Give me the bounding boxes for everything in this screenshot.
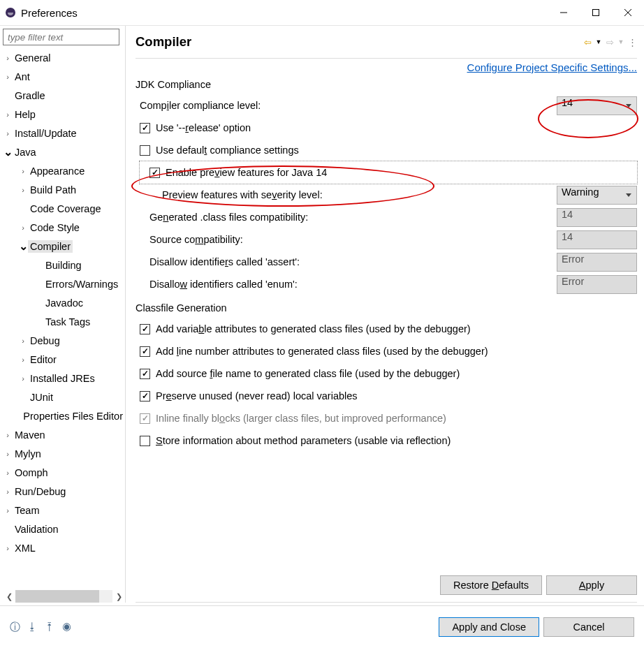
tree-item-task-tags[interactable]: Task Tags — [3, 312, 125, 331]
tree-item-properties-files-editor[interactable]: Properties Files Editor — [3, 406, 125, 425]
tree-item-label: Validation — [13, 523, 61, 536]
chevron-right-icon[interactable]: › — [3, 469, 13, 477]
chevron-right-icon[interactable]: › — [3, 544, 13, 552]
tree-item-installed-jres[interactable]: ›Installed JREs — [3, 369, 125, 388]
close-button[interactable] — [612, 1, 644, 24]
tree-item-xml[interactable]: ›XML — [3, 538, 125, 557]
tree-item-label: Mylyn — [13, 448, 43, 460]
generated-class-label: Generated .class files compatibility: — [149, 212, 557, 223]
cf-variable-checkbox[interactable] — [140, 324, 150, 334]
tree-item-gradle[interactable]: Gradle — [3, 86, 125, 105]
tree-item-debug[interactable]: ›Debug — [3, 331, 125, 350]
page-toolbar: ⇦ ▼ ⇨ ▼ ⋮ — [583, 37, 637, 47]
chevron-right-icon[interactable]: › — [3, 450, 13, 458]
chevron-right-icon[interactable]: › — [3, 54, 13, 62]
cf-preserve-checkbox[interactable] — [140, 391, 150, 402]
preview-severity-select[interactable]: Warning — [557, 186, 637, 205]
maximize-button[interactable] — [580, 1, 612, 24]
chevron-right-icon[interactable]: › — [3, 129, 13, 138]
forward-menu-icon[interactable]: ▼ — [616, 38, 626, 45]
use-release-checkbox[interactable] — [140, 123, 150, 133]
tree-item-label: JUnit — [28, 391, 55, 404]
source-compat-select: 14 — [557, 230, 637, 249]
use-default-compliance-checkbox[interactable] — [140, 145, 150, 156]
filter-input[interactable] — [3, 29, 119, 45]
cf-store-checkbox[interactable] — [140, 436, 150, 446]
chevron-right-icon[interactable]: › — [18, 186, 28, 194]
tree-item-building[interactable]: Building — [3, 256, 125, 274]
tree-item-code-style[interactable]: ›Code Style — [3, 218, 125, 237]
back-menu-icon[interactable]: ▼ — [594, 38, 603, 45]
scroll-left-icon[interactable]: ❮ — [3, 590, 15, 603]
tree-item-editor[interactable]: ›Editor — [3, 350, 125, 369]
chevron-down-icon[interactable]: ⌄ — [3, 149, 13, 156]
cf-inline-checkbox — [140, 413, 150, 424]
scroll-right-icon[interactable]: ❯ — [112, 590, 125, 603]
chevron-right-icon[interactable]: › — [3, 487, 13, 496]
tree-item-team[interactable]: ›Team — [3, 501, 125, 520]
tree-item-maven[interactable]: ›Maven — [3, 425, 125, 444]
scroll-thumb[interactable] — [15, 590, 99, 603]
export-icon[interactable]: ⭱ — [45, 621, 55, 634]
tree-item-label: Install/Update — [13, 127, 79, 140]
compliance-level-select[interactable]: 14 — [557, 96, 637, 115]
chevron-right-icon[interactable]: › — [3, 110, 13, 119]
tree-item-errors-warnings[interactable]: Errors/Warnings — [3, 274, 125, 293]
tree-item-label: Ant — [13, 71, 32, 83]
generated-class-select: 14 — [557, 208, 637, 227]
tree-item-label: Code Style — [28, 221, 82, 234]
restore-defaults-button[interactable]: Restore Defaults — [440, 575, 542, 595]
tree-item-junit[interactable]: JUnit — [3, 388, 125, 406]
chevron-down-icon[interactable]: ⌄ — [18, 243, 28, 250]
chevron-right-icon[interactable]: › — [18, 223, 28, 232]
tree-horizontal-scrollbar[interactable]: ❮ ❯ — [3, 590, 125, 603]
cf-inline-label: Inline finally blocks (larger class file… — [156, 413, 637, 424]
tree-item-build-path[interactable]: ›Build Path — [3, 180, 125, 199]
disallow-enum-label: Disallow identifiers called 'enum': — [149, 279, 557, 290]
tree-item-ant[interactable]: ›Ant — [3, 67, 125, 86]
cancel-button[interactable]: Cancel — [543, 617, 634, 637]
minimize-button[interactable] — [548, 1, 580, 24]
tree-item-java[interactable]: ⌄Java — [3, 142, 125, 161]
import-icon[interactable]: ⭳ — [27, 621, 38, 634]
chevron-right-icon[interactable]: › — [18, 167, 28, 175]
tree-item-mylyn[interactable]: ›Mylyn — [3, 444, 125, 463]
chevron-right-icon[interactable]: › — [18, 374, 28, 383]
tree-item-general[interactable]: ›General — [3, 48, 125, 67]
chevron-right-icon[interactable]: › — [18, 355, 28, 364]
tree-item-javadoc[interactable]: Javadoc — [3, 293, 125, 312]
use-default-compliance-label: Use default compliance settings — [156, 145, 637, 156]
back-icon[interactable]: ⇦ — [583, 37, 592, 47]
tree-item-label: Appearance — [28, 165, 87, 177]
tree-item-label: Debug — [28, 334, 62, 347]
tree-item-label: General — [13, 52, 53, 64]
forward-icon[interactable]: ⇨ — [605, 37, 615, 47]
tree-item-install-update[interactable]: ›Install/Update — [3, 124, 125, 142]
apply-button[interactable]: Apply — [546, 575, 637, 595]
record-icon[interactable]: ◉ — [62, 621, 71, 634]
tree-item-label: Editor — [28, 353, 59, 366]
page-title: Compiler — [136, 34, 583, 50]
tree-item-appearance[interactable]: ›Appearance — [3, 161, 125, 180]
chevron-right-icon[interactable]: › — [3, 431, 13, 439]
cf-line-checkbox[interactable] — [140, 346, 150, 357]
enable-preview-checkbox[interactable] — [149, 168, 160, 178]
tree-item-help[interactable]: ›Help — [3, 105, 125, 124]
tree-item-compiler[interactable]: ⌄Compiler — [3, 237, 125, 256]
chevron-right-icon[interactable]: › — [18, 337, 28, 345]
chevron-right-icon[interactable]: › — [3, 73, 13, 81]
apply-and-close-button[interactable]: Apply and Close — [439, 617, 539, 637]
tree-item-oomph[interactable]: ›Oomph — [3, 463, 125, 482]
cf-preserve-label: Preserve unused (never read) local varia… — [156, 390, 637, 402]
preferences-tree[interactable]: ›General›AntGradle›Help›Install/Update⌄J… — [3, 48, 125, 590]
chevron-right-icon[interactable]: › — [3, 506, 13, 515]
preferences-tree-panel: ›General›AntGradle›Help›Install/Update⌄J… — [0, 26, 126, 603]
cf-source-checkbox[interactable] — [140, 369, 150, 379]
configure-project-link[interactable]: Configure Project Specific Settings... — [467, 61, 637, 73]
help-icon[interactable]: ⓘ — [10, 621, 20, 634]
tree-item-validation[interactable]: Validation — [3, 520, 125, 538]
menu-icon[interactable]: ⋮ — [627, 37, 637, 47]
tree-item-label: Maven — [13, 429, 47, 441]
tree-item-run-debug[interactable]: ›Run/Debug — [3, 482, 125, 501]
tree-item-code-coverage[interactable]: Code Coverage — [3, 199, 125, 218]
